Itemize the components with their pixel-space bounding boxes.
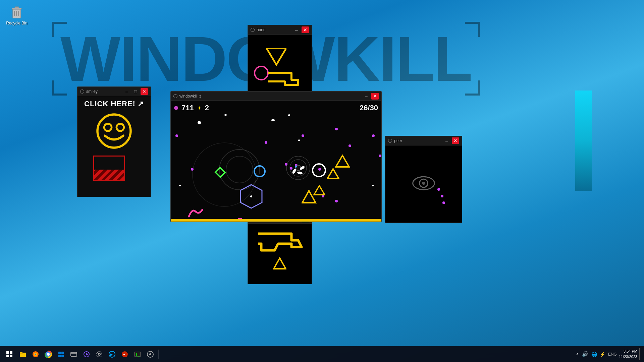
- main-minimize-button[interactable]: –: [363, 93, 370, 100]
- smiley-titlebar[interactable]: smiley – □ ✕: [77, 87, 151, 96]
- taskbar-settings[interactable]: [93, 348, 105, 360]
- peer-close-button[interactable]: ✕: [452, 137, 459, 144]
- desktop: Recycle Bin WINDOWKILL hand – ✕: [0, 0, 644, 362]
- recycle-bin-icon[interactable]: Recycle Bin: [3, 3, 30, 25]
- taskbar-icon-11[interactable]: [144, 348, 156, 360]
- svg-point-55: [98, 353, 100, 355]
- yellow-triangle-4: [313, 185, 325, 197]
- svg-point-21: [295, 166, 297, 168]
- yellow-triangle-1: [335, 155, 350, 169]
- peer-title: peer: [394, 138, 402, 143]
- recycle-bin-label: Recycle Bin: [6, 21, 27, 25]
- start-button[interactable]: [3, 348, 16, 361]
- svg-rect-37: [10, 355, 12, 357]
- svg-marker-26: [336, 156, 349, 167]
- purple-dot: [175, 134, 178, 137]
- main-titlebar[interactable]: windowkill :) – ✕: [171, 92, 381, 101]
- svg-marker-33: [274, 258, 286, 269]
- purple-dot: [441, 195, 443, 197]
- show-desktop-button[interactable]: [639, 348, 641, 360]
- hand-top-minimize-button[interactable]: –: [293, 26, 300, 33]
- svg-point-64: [149, 353, 151, 355]
- hand-window-bottom[interactable]: hand – ✕: [248, 214, 312, 284]
- hand-top-titlebar[interactable]: hand – ✕: [248, 25, 312, 35]
- white-dot: [271, 119, 275, 121]
- network-icon[interactable]: 🌐: [591, 352, 597, 357]
- smiley-minimize-button[interactable]: –: [123, 88, 130, 95]
- smiley-maximize-button[interactable]: □: [132, 88, 139, 95]
- system-clock[interactable]: 3:54 PM 11/23/2023: [619, 349, 637, 359]
- life-counter: 26/30: [360, 104, 378, 112]
- svg-marker-27: [327, 169, 339, 179]
- svg-point-56: [97, 352, 102, 357]
- peer-window-circle: [388, 139, 392, 143]
- taskbar-firefox[interactable]: [30, 348, 42, 360]
- hand-top-title: hand: [257, 27, 266, 32]
- red-box: [93, 156, 125, 181]
- system-tray-icons: 🔊 🌐 ⚡ ENG: [582, 351, 617, 357]
- svg-rect-34: [6, 351, 9, 354]
- yellow-triangle-2: [327, 168, 339, 181]
- taskbar-icon-6[interactable]: [80, 348, 93, 360]
- svg-point-46: [47, 353, 50, 355]
- yellow-gun-shape-top: [265, 68, 302, 89]
- eye-icon: [412, 175, 435, 193]
- svg-text:●: ●: [123, 352, 125, 356]
- purple-dot: [442, 201, 445, 204]
- yellow-small-triangle: [273, 257, 286, 271]
- svg-point-17: [193, 143, 256, 206]
- main-game-window[interactable]: windowkill :) – ✕ 711 ✦ 2 26/30: [170, 91, 382, 222]
- purple-dot: [437, 188, 440, 191]
- taskbar-terminal[interactable]: $_: [131, 348, 144, 360]
- peer-minimize-button[interactable]: –: [443, 137, 450, 144]
- smiley-title: smiley: [86, 89, 98, 94]
- peer-content: [385, 145, 462, 223]
- taskbar-icon-9[interactable]: ●: [119, 348, 131, 360]
- stars-value: 2: [205, 104, 209, 112]
- tray-expand-button[interactable]: ∧: [575, 351, 580, 357]
- hand-window-top[interactable]: hand – ✕: [248, 25, 312, 99]
- purple-dot: [265, 141, 267, 144]
- svg-rect-36: [6, 355, 9, 357]
- purple-dot: [335, 128, 338, 130]
- battery-icon[interactable]: ⚡: [600, 352, 605, 357]
- peer-titlebar[interactable]: peer – ✕: [385, 136, 462, 145]
- white-circle-enemy: [312, 163, 327, 179]
- white-dot: [198, 121, 201, 124]
- svg-rect-47: [58, 352, 61, 354]
- svg-marker-29: [314, 186, 325, 195]
- white-dot: [372, 185, 374, 186]
- white-dot: [298, 139, 300, 141]
- taskbar[interactable]: ▶ ● $_ ∧ 🔊 🌐: [0, 346, 644, 362]
- svg-point-43: [35, 354, 36, 355]
- hand-top-content: [248, 35, 312, 98]
- smiley-window[interactable]: smiley – □ ✕ CLICK HERE! ↗: [77, 86, 151, 197]
- white-dot: [179, 185, 181, 186]
- svg-rect-49: [58, 355, 61, 357]
- hand-top-close-button[interactable]: ✕: [302, 26, 309, 33]
- purple-dot: [379, 155, 381, 157]
- taskbar-icon-5[interactable]: [68, 348, 80, 360]
- purple-dot: [335, 200, 338, 202]
- peer-window[interactable]: peer – ✕: [385, 136, 462, 223]
- main-close-button[interactable]: ✕: [371, 93, 379, 100]
- pink-bottom-shape: [185, 205, 206, 220]
- click-here-container: CLICK HERE! ↗: [84, 100, 144, 108]
- volume-icon[interactable]: 🔊: [582, 351, 589, 357]
- svg-marker-54: [86, 353, 88, 356]
- score-value: 711: [181, 104, 194, 112]
- game-hud: 711 ✦ 2: [174, 104, 209, 112]
- svg-rect-51: [71, 352, 77, 356]
- taskbar-file-explorer[interactable]: [17, 348, 29, 360]
- taskbar-icon-4[interactable]: [55, 348, 67, 360]
- clock-date: 11/23/2023: [619, 354, 637, 359]
- yellow-gun-bottom: [255, 227, 307, 262]
- smiley-close-button[interactable]: ✕: [141, 88, 148, 95]
- purple-dot: [348, 144, 351, 147]
- taskbar-chrome[interactable]: [42, 348, 54, 360]
- keyboard-icon[interactable]: ENG: [608, 352, 617, 357]
- smiley-window-circle: [80, 89, 84, 94]
- red-stripes: [94, 170, 124, 180]
- svg-point-23: [297, 171, 303, 175]
- taskbar-game[interactable]: ▶: [106, 348, 118, 360]
